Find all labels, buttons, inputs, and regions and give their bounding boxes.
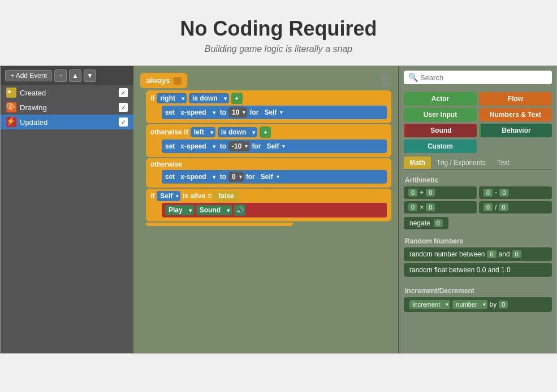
speaker-icon[interactable]: 🔊 xyxy=(234,204,245,216)
add-condition-btn-2[interactable]: + xyxy=(260,127,271,138)
sub-sym: - xyxy=(495,189,497,197)
condition-dropdown-1[interactable]: is down xyxy=(189,93,229,103)
false-value[interactable]: false xyxy=(214,191,238,201)
inc-dec-title: Increment/Decrement xyxy=(399,284,556,297)
page-subtitle: Building game logic is literally a snap xyxy=(0,44,557,54)
value-block-3[interactable]: 0 xyxy=(228,172,244,182)
minus-button[interactable]: − xyxy=(54,69,67,82)
always-label: always xyxy=(146,76,170,85)
cat-sound-button[interactable]: Sound xyxy=(404,124,477,137)
for-label-2: for xyxy=(252,142,261,150)
for-label-3: for xyxy=(246,173,255,181)
play-row: Play Sound 🔊 xyxy=(162,203,387,217)
category-grid: Actor Flow User Input Numbers & Text Sou… xyxy=(399,89,556,156)
trash-icon[interactable]: 🗑 xyxy=(379,72,392,88)
random-int-and: and xyxy=(499,250,510,258)
main-area: + Add Event − ▲ ▼ ✦ Created ✓ 🎨 Drawing … xyxy=(0,66,557,354)
increment-button[interactable]: increment number by 0 xyxy=(404,297,552,312)
cat-behavior-button[interactable]: Behavior xyxy=(479,124,552,137)
updated-check[interactable]: ✓ xyxy=(119,117,128,127)
var-dropdown-1[interactable]: x-speed xyxy=(177,107,217,117)
to-label-2: to xyxy=(220,142,226,150)
sub-op-button[interactable]: 0 - 0 xyxy=(479,186,552,199)
add-b: 0 xyxy=(426,189,435,197)
play-dropdown[interactable]: Play xyxy=(165,205,194,215)
mul-b: 0 xyxy=(426,203,435,211)
mul-sym: × xyxy=(420,203,424,211)
direction-dropdown-2[interactable]: left xyxy=(191,127,215,137)
if-block-1: if right is down + set x-speed to 10 for… xyxy=(146,90,391,123)
condition-dropdown-2[interactable]: is down xyxy=(218,127,258,137)
right-panel: 🔍 Actor Flow User Input Numbers & Text S… xyxy=(398,66,556,353)
var-dropdown-3[interactable]: x-speed xyxy=(177,172,217,182)
cat-custom-button[interactable]: Custom xyxy=(404,140,477,153)
up-button[interactable]: ▲ xyxy=(69,69,81,82)
tab-text[interactable]: Text xyxy=(491,156,515,169)
value-block-1[interactable]: 10 xyxy=(228,107,247,117)
arithmetic-ops: 0 + 0 0 - 0 0 × 0 0 / 0 xyxy=(399,186,556,217)
sidebar-item-created[interactable]: ✦ Created ✓ xyxy=(1,85,133,100)
self-alive-dropdown[interactable]: Self xyxy=(157,191,180,201)
cat-user-input-button[interactable]: User Input xyxy=(404,108,477,121)
negate-label: negate xyxy=(409,219,430,227)
cat-actor-button[interactable]: Actor xyxy=(404,92,477,106)
mul-op-button[interactable]: 0 × 0 xyxy=(404,201,477,214)
page-header: No Coding Required Building game logic i… xyxy=(0,0,557,66)
block-container: always if right is down + set x-speed to… xyxy=(133,66,398,233)
random-section: random number between 0 and 0 random flo… xyxy=(399,247,556,284)
var-dropdown-2[interactable]: x-speed xyxy=(177,141,217,151)
set-keyword-2: set xyxy=(165,142,175,150)
cat-numbers-text-button[interactable]: Numbers & Text xyxy=(479,108,552,121)
otherwise-if-keyword: otherwise if xyxy=(150,128,188,136)
direction-dropdown-1[interactable]: right xyxy=(157,93,187,103)
to-label-3: to xyxy=(220,173,226,181)
page-title: No Coding Required xyxy=(0,17,557,41)
if-bottom-keyword: if xyxy=(150,192,154,200)
arithmetic-title: Arithmetic xyxy=(399,173,556,186)
sidebar-item-label-drawing: Drawing xyxy=(20,103,119,112)
always-block[interactable]: always xyxy=(140,73,187,88)
inc-action-dropdown[interactable]: increment xyxy=(409,300,450,309)
add-condition-btn-1[interactable]: + xyxy=(231,93,243,104)
sub-a: 0 xyxy=(483,189,493,197)
inc-dec-section: increment number by 0 xyxy=(399,297,556,316)
random-int-button[interactable]: random number between 0 and 0 xyxy=(404,247,552,261)
drawing-check[interactable]: ✓ xyxy=(119,103,128,112)
div-op-button[interactable]: 0 / 0 xyxy=(479,201,552,214)
random-title: Random Numbers xyxy=(399,234,556,247)
negate-button[interactable]: negate 0 xyxy=(404,217,448,229)
cat-flow-button[interactable]: Flow xyxy=(479,92,552,106)
block-tail xyxy=(146,223,293,226)
random-int-a: 0 xyxy=(487,250,496,258)
add-op-button[interactable]: 0 + 0 xyxy=(404,186,477,199)
add-event-button[interactable]: + Add Event xyxy=(5,70,52,81)
set-row-3: set x-speed to 0 for Self xyxy=(162,170,387,184)
to-label-1: to xyxy=(220,108,226,116)
tab-trig[interactable]: Trig / Exponents xyxy=(431,156,491,169)
sidebar-item-label-updated: Updated xyxy=(20,118,119,127)
negate-row: negate 0 xyxy=(399,217,556,234)
for-label-1: for xyxy=(249,108,258,116)
add-sym: + xyxy=(420,189,424,197)
sidebar-item-drawing[interactable]: 🎨 Drawing ✓ xyxy=(1,100,133,115)
set-row-1: set x-speed to 10 for Self xyxy=(162,106,387,119)
sound-dropdown[interactable]: Sound xyxy=(196,205,232,215)
inc-value: 0 xyxy=(499,300,508,308)
tab-math[interactable]: Math xyxy=(404,156,431,169)
otherwise-if-block: otherwise if left is down + set x-speed … xyxy=(146,124,391,157)
if-row-1: if right is down + xyxy=(150,93,387,104)
self-block-3[interactable]: Self xyxy=(257,172,281,182)
sidebar-item-updated[interactable]: ⚡ Updated ✓ xyxy=(1,115,133,129)
search-input[interactable] xyxy=(420,73,547,82)
otherwise-if-row: otherwise if left is down + xyxy=(150,127,387,138)
value-block-2[interactable]: -10 xyxy=(228,141,249,151)
canvas-area: 🗑 always if right is down + set x-speed … xyxy=(133,66,398,353)
div-a: 0 xyxy=(483,203,493,211)
inc-target-dropdown[interactable]: number xyxy=(452,300,487,309)
random-float-button[interactable]: random float between 0.0 and 1.0 xyxy=(404,263,552,277)
self-block-2[interactable]: Self xyxy=(263,141,287,151)
negate-value: 0 xyxy=(434,219,443,227)
down-button[interactable]: ▼ xyxy=(84,69,96,82)
self-block-1[interactable]: Self xyxy=(261,107,284,117)
created-check[interactable]: ✓ xyxy=(119,88,128,97)
